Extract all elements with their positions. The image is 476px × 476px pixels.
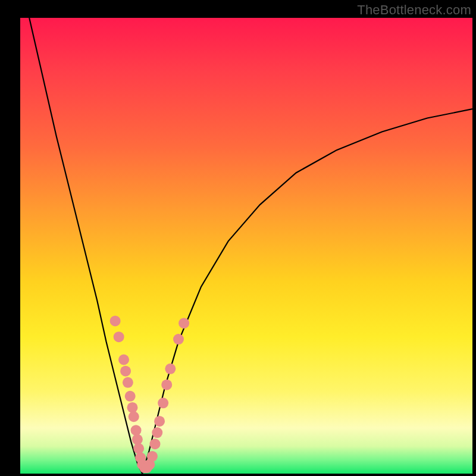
data-marker xyxy=(133,443,144,454)
data-marker xyxy=(154,416,165,427)
data-marker xyxy=(165,364,176,374)
chart-frame: TheBottleneck.com xyxy=(0,0,476,476)
data-marker xyxy=(129,411,139,422)
data-marker xyxy=(127,402,137,413)
data-marker xyxy=(131,425,142,436)
chart-svg xyxy=(20,18,472,474)
curve-right xyxy=(142,109,472,474)
data-marker xyxy=(118,355,129,365)
data-marker xyxy=(161,380,172,390)
attribution-watermark: TheBottleneck.com xyxy=(357,2,471,18)
data-marker xyxy=(110,315,121,326)
data-marker xyxy=(132,434,143,445)
data-marker xyxy=(125,391,136,402)
curve-left xyxy=(29,18,142,474)
data-marker xyxy=(147,451,158,462)
data-marker xyxy=(149,439,160,449)
data-marker xyxy=(158,397,168,408)
data-marker xyxy=(114,331,124,342)
data-marker xyxy=(123,377,133,388)
data-marker xyxy=(178,318,189,328)
plot-area xyxy=(20,18,472,474)
data-marker xyxy=(120,366,131,377)
data-marker xyxy=(173,334,184,345)
data-marker xyxy=(152,427,162,438)
